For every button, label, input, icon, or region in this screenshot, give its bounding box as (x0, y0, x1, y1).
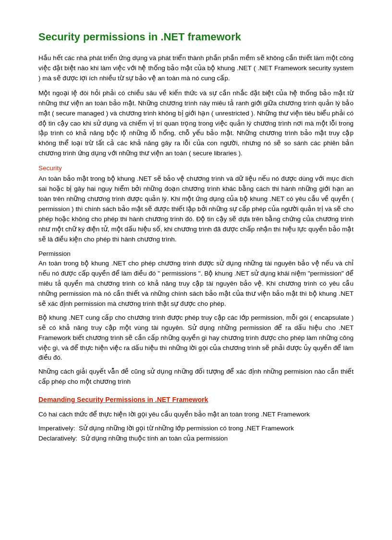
page-title: Security permissions in .NET framework (38, 29, 354, 45)
demanding-heading: Demanding Security Permissions in .NET F… (38, 395, 354, 405)
permission-text-1: An toàn trong bộ khung .NET cho phép chư… (38, 259, 354, 309)
security-text: An toàn bảo mật trong bộ khung .NET sẽ b… (38, 174, 354, 244)
declaratively-label: Declaratively: (38, 435, 77, 442)
declaratively-line: Declaratively: Sử dụng những thuộc tính … (38, 434, 354, 444)
demanding-text-1: Có hai cách thức để thực hiện lời gọi yê… (38, 410, 354, 420)
permission-text-2: Bộ khung .NET cung cấp cho chương trình … (38, 313, 354, 364)
imperatively-label: Imperatively: (38, 425, 75, 432)
intro-paragraph-2: Một ngoại lệ đòi hỏi phải có chiều sâu v… (38, 88, 354, 159)
permission-heading: Permission (38, 250, 71, 257)
imperatively-text: Sử dụng những lời gọi từ những lớp permi… (79, 425, 294, 432)
imperatively-line: Imperatively: Sử dụng những lời gọi từ n… (38, 424, 354, 434)
security-heading: Security (38, 163, 354, 173)
declaratively-text: Sử dụng những thuộc tính an toàn của per… (81, 435, 228, 442)
permission-text-3: Những cách giải quyết vẫn đề cũng sử dụn… (38, 367, 354, 387)
intro-paragraph-1: Hầu hết các nhà phát triển ứng dụng và p… (38, 53, 354, 84)
